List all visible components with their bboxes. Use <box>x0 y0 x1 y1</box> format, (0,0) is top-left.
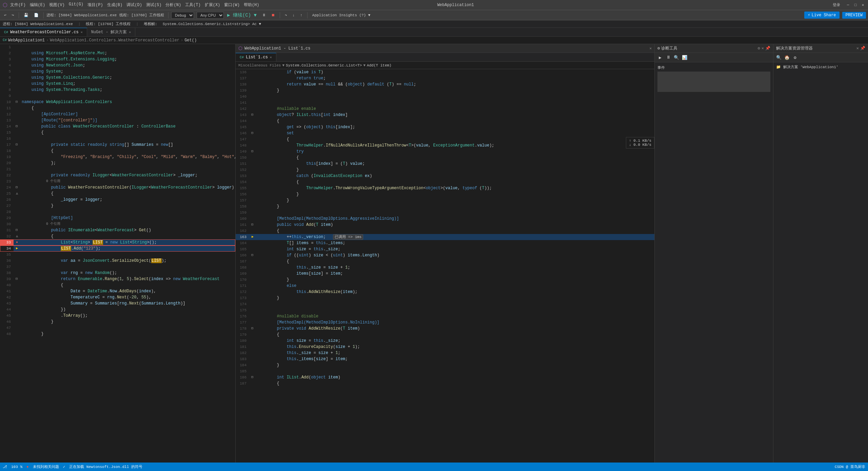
maximize-btn[interactable]: □ <box>853 3 858 7</box>
stack-selector[interactable]: System.Collections.Generic.List<string> … <box>163 22 261 26</box>
live-share-btn[interactable]: ⚡ Live Share <box>804 12 839 19</box>
redo-btn[interactable]: ↪ <box>10 12 16 18</box>
solution-node[interactable]: 📁 解决方案 'WebApplication1' <box>775 64 867 70</box>
menu-analyze[interactable]: 分析(N) <box>165 2 181 8</box>
process-status-label: 进程: [5884] WebApplication1.exe <box>3 21 73 26</box>
table-row: 19 "Freezing", "Bracing", "Chilly", "Coo… <box>0 154 235 160</box>
diagnostic-settings-btn[interactable]: ⚙ <box>758 46 760 51</box>
fold-icon-166[interactable]: ⊟ <box>251 252 253 258</box>
step-over-btn[interactable]: ↷ <box>283 12 289 18</box>
line-gutter <box>14 294 20 300</box>
table-row: 151 this[index] = (T) value; <box>236 161 654 167</box>
close-btn[interactable]: ✕ <box>861 3 865 7</box>
fold-icon-143[interactable]: ⊟ <box>251 112 253 118</box>
solution-close-btn[interactable]: ✕ <box>856 46 859 51</box>
line-content: TemperatureC = rng.Next(-20, 55), <box>20 294 235 300</box>
debug-current-arrow: ▶ <box>252 234 254 240</box>
step-out-btn[interactable]: ↑ <box>298 13 304 18</box>
tab-weatherforecast-close[interactable]: ✕ <box>81 30 83 34</box>
fold-icon-161[interactable]: ⊟ <box>251 222 253 228</box>
table-row: 9 <box>0 93 235 99</box>
line-content: catch (InvalidCastException ex) <box>256 173 654 179</box>
table-row: 43 Summary = Summaries[rng.Next(Summarie… <box>0 300 235 307</box>
line-content: this._size = size + 1; <box>256 264 654 271</box>
decompiled-code-editor[interactable]: ↑ 0.1 KB/s ↓ 0.0 KB/s 136 if (value is T… <box>236 69 654 463</box>
line-gutter <box>14 209 20 215</box>
undo-btn[interactable]: ↩ <box>2 12 8 18</box>
sol-btn2[interactable]: 🏠 <box>784 54 790 61</box>
line-number: 148 <box>236 142 249 149</box>
menu-tools[interactable]: 工具(T) <box>185 2 201 8</box>
menu-bar[interactable]: 文件(F) 编辑(E) 视图(V) Git(G) 项目(P) 生成(B) 调试(… <box>10 2 259 8</box>
play-button[interactable]: ▶ 继续(C) ▼ <box>225 12 259 19</box>
debug-mode-select[interactable]: Debug <box>171 12 194 19</box>
menu-edit[interactable]: 编辑(E) <box>30 2 45 8</box>
tab-nuget-close[interactable]: ✕ <box>129 30 131 34</box>
line-number: 151 <box>236 161 249 167</box>
fold-icon-ctor[interactable]: ⊟ <box>16 184 18 191</box>
menu-project[interactable]: 项目(P) <box>87 2 103 8</box>
right-panel: ⬡ WebApplication1 - List`1.cs ✕ C# List`… <box>236 44 654 463</box>
fold-icon-146[interactable]: ⊟ <box>251 130 253 136</box>
diag-btn4[interactable]: 📊 <box>681 54 688 61</box>
pause-btn[interactable]: ⏸ <box>260 12 268 18</box>
fold-icon-field[interactable]: ⊟ <box>16 142 18 148</box>
step-into-btn[interactable]: ↓ <box>291 13 297 18</box>
login-btn[interactable]: 登录 <box>830 3 843 7</box>
diag-btn1[interactable]: ▶ <box>657 54 664 61</box>
tab-list1cs-close[interactable]: ✕ <box>270 55 272 59</box>
preview-btn[interactable]: PREVIEW <box>842 12 866 19</box>
menu-extensions[interactable]: 扩展(X) <box>205 2 220 8</box>
line-number: 46 <box>0 319 14 325</box>
line-gutter <box>14 178 20 184</box>
solution-pin-btn[interactable]: 📌 <box>860 46 865 51</box>
sol-btn3[interactable]: ⚙ <box>792 54 798 61</box>
menu-git[interactable]: Git(G) <box>69 2 83 8</box>
tab-nuget[interactable]: NuGet - 解决方案 ✕ <box>87 28 136 36</box>
diagnostic-pin-btn[interactable]: 📌 <box>765 46 770 51</box>
minimize-btn[interactable]: ─ <box>846 3 850 7</box>
fold-icon-return[interactable]: ⊟ <box>16 276 18 282</box>
fold-icon-186[interactable]: ⊟ <box>251 374 253 380</box>
right-misc-files[interactable]: Miscellaneous Files <box>238 63 281 67</box>
line-number: 159 <box>236 210 249 216</box>
breadcrumb-project[interactable]: WebApplication1 <box>8 38 45 43</box>
tab-weatherforecast[interactable]: C# WeatherForecastController.cs ✕ <box>0 28 87 36</box>
line-number: 26 <box>0 197 14 203</box>
diagnostic-close-btn[interactable]: ✕ <box>762 46 764 51</box>
zoom-level[interactable]: 103 % <box>11 465 22 469</box>
line-content: { <box>256 136 654 142</box>
fold-icon-class[interactable]: ⊟ <box>16 123 18 130</box>
breadcrumb-method[interactable]: Get() <box>184 38 197 43</box>
line-content: { <box>256 258 654 264</box>
save-btn[interactable]: 💾 <box>22 12 31 18</box>
stop-btn[interactable]: ⏹ <box>269 12 277 18</box>
new-btn[interactable]: 📄 <box>32 12 41 18</box>
menu-file[interactable]: 文件(F) <box>10 2 26 8</box>
window-controls[interactable]: 登录 ─ □ ✕ <box>830 3 865 7</box>
code-editor[interactable]: 1 2 using Microsoft.AspNetCore.Mvc; 3 us… <box>0 44 235 463</box>
menu-help[interactable]: 帮助(H) <box>244 2 259 8</box>
right-type-selector[interactable]: System.Collections.Generic.List<T> <box>286 63 362 67</box>
diag-btn2[interactable]: ⏸ <box>665 54 672 61</box>
line-gutter <box>14 172 20 178</box>
right-panel-close[interactable]: ✕ <box>649 46 652 51</box>
menu-view[interactable]: 视图(V) <box>49 2 65 8</box>
menu-build[interactable]: 生成(B) <box>107 2 123 8</box>
fold-icon-178[interactable]: ⊟ <box>251 326 253 332</box>
fold-icon-get[interactable]: ⊟ <box>16 227 18 233</box>
tab-list1cs[interactable]: C# List`1.cs ✕ <box>236 53 276 61</box>
fold-icon-149[interactable]: ⊟ <box>251 149 253 155</box>
table-row: 23 0 个引用 <box>0 178 235 184</box>
menu-window[interactable]: 窗口(W) <box>224 2 240 8</box>
right-member-selector[interactable]: Add(T item) <box>367 63 392 67</box>
menu-test[interactable]: 测试(S) <box>146 2 162 8</box>
fold-icon[interactable]: ⊟ <box>16 99 18 105</box>
sol-btn1[interactable]: 🔍 <box>775 54 782 61</box>
breakpoint-icon[interactable]: ● <box>16 239 18 246</box>
breadcrumb-namespace[interactable]: WebApplication1.Controllers.WeatherForec… <box>50 38 179 43</box>
application-insights-btn[interactable]: Application Insights (?) ▼ <box>310 13 373 18</box>
menu-debug[interactable]: 调试(D) <box>126 2 142 8</box>
cpu-mode-select[interactable]: Any CPU <box>197 12 224 19</box>
diag-btn3[interactable]: 🔍 <box>673 54 680 61</box>
